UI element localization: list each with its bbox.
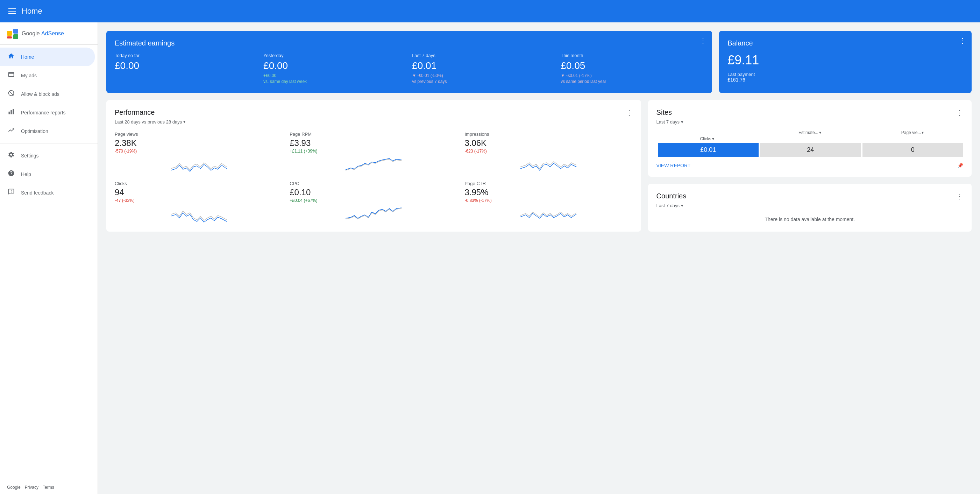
sidebar-item-allow-block-ads[interactable]: Allow & block ads bbox=[0, 84, 95, 103]
sidebar-footer: Google Privacy Terms bbox=[0, 481, 97, 494]
main-content: Estimated earnings ⋮ Today so far £0.00 … bbox=[98, 22, 980, 494]
svg-rect-3 bbox=[7, 37, 12, 38]
performance-card: Performance ⋮ Last 28 days vs previous 2… bbox=[106, 100, 641, 232]
metric-change: -623 (-17%) bbox=[465, 149, 632, 154]
countries-no-data: There is no data available at the moment… bbox=[657, 217, 963, 222]
metric-change: -570 (-19%) bbox=[115, 149, 283, 154]
earnings-card-title: Estimated earnings bbox=[115, 39, 704, 47]
sidebar-item-label: Optimisation bbox=[21, 128, 48, 134]
earnings-yesterday: Yesterday £0.00 +£0.00vs. same day last … bbox=[263, 53, 406, 84]
allow-block-icon bbox=[7, 89, 15, 98]
optimisation-icon bbox=[7, 127, 15, 135]
sites-col-pageviews[interactable]: Page vie... ▾ bbox=[862, 130, 963, 135]
sidebar-item-label: Settings bbox=[21, 153, 39, 158]
sidebar: Google AdSense Home My ads bbox=[0, 22, 98, 494]
countries-card-menu[interactable]: ⋮ bbox=[956, 192, 963, 201]
sidebar-item-label: My ads bbox=[21, 73, 37, 78]
countries-period-chevron-icon[interactable]: ▾ bbox=[681, 203, 683, 208]
metric-change: +£1.11 (+39%) bbox=[290, 149, 458, 154]
menu-hamburger-icon[interactable] bbox=[8, 8, 16, 14]
sites-view-report-button[interactable]: VIEW REPORT 📌 bbox=[657, 163, 963, 168]
metric-page-ctr: Page CTR 3.95% -0.83% (-17%) bbox=[465, 181, 632, 223]
sites-card: Sites ⋮ Last 7 days ▾ Estimate... ▾ bbox=[648, 100, 972, 177]
footer-terms-link[interactable]: Terms bbox=[43, 485, 54, 490]
metric-label: Page RPM bbox=[290, 132, 458, 137]
svg-rect-0 bbox=[7, 31, 12, 36]
period-chevron-icon[interactable]: ▾ bbox=[183, 119, 185, 124]
balance-last-payment-label: Last payment bbox=[727, 72, 963, 77]
earnings-grid: Today so far £0.00 Yesterday £0.00 +£0.0… bbox=[115, 53, 704, 84]
earnings-last7-change: ▼ -£0.01 (-50%)vs previous 7 days bbox=[412, 73, 555, 84]
sites-col-clicks[interactable]: Clicks ▾ bbox=[657, 137, 758, 141]
sparkline-page-rpm bbox=[290, 156, 458, 174]
sparkline-cpc bbox=[290, 206, 458, 223]
sidebar-item-label: Help bbox=[21, 171, 31, 177]
sites-values-row: £0.01 24 0 bbox=[657, 143, 963, 157]
earnings-this-month-label: This month bbox=[561, 53, 704, 58]
sidebar-item-settings[interactable]: Settings bbox=[0, 146, 95, 165]
metric-value: £0.10 bbox=[290, 188, 458, 197]
sites-pageviews-value: 24 bbox=[760, 143, 861, 157]
earnings-today: Today so far £0.00 bbox=[115, 53, 258, 84]
sidebar-nav: Home My ads Allow & block ads bbox=[0, 45, 97, 481]
footer-privacy-link[interactable]: Privacy bbox=[25, 485, 38, 490]
sidebar-item-help[interactable]: Help bbox=[0, 165, 95, 183]
sidebar-item-optimisation[interactable]: Optimisation bbox=[0, 122, 95, 140]
earnings-yesterday-value: £0.00 bbox=[263, 60, 406, 72]
earnings-this-month-change: ▼ -£0.01 (-17%)vs same period last year bbox=[561, 73, 704, 84]
metric-cpc: CPC £0.10 +£0.04 (+67%) bbox=[290, 181, 458, 223]
home-icon bbox=[7, 53, 15, 61]
metric-value: 94 bbox=[115, 188, 283, 197]
sites-card-title: Sites bbox=[657, 108, 672, 116]
sparkline-impressions bbox=[465, 156, 632, 174]
metric-page-rpm: Page RPM £3.93 +£1.11 (+39%) bbox=[290, 132, 458, 174]
sidebar-item-my-ads[interactable]: My ads bbox=[0, 66, 95, 84]
balance-value: £9.11 bbox=[727, 53, 963, 67]
countries-period: Last 7 days ▾ bbox=[657, 203, 963, 208]
earnings-yesterday-change: +£0.00vs. same day last week bbox=[263, 73, 406, 84]
sidebar-item-performance-reports[interactable]: Performance reports bbox=[0, 103, 95, 122]
countries-card: Countries ⋮ Last 7 days ▾ There is no da… bbox=[648, 184, 972, 232]
pin-icon: 📌 bbox=[957, 163, 963, 168]
svg-rect-8 bbox=[9, 112, 10, 115]
earnings-this-month-value: £0.05 bbox=[561, 60, 704, 72]
balance-card-menu[interactable]: ⋮ bbox=[959, 37, 966, 45]
help-icon bbox=[7, 170, 15, 178]
metric-value: 3.06K bbox=[465, 138, 632, 148]
performance-card-menu[interactable]: ⋮ bbox=[626, 108, 633, 117]
sidebar-logo-text: Google AdSense bbox=[22, 30, 64, 37]
metric-change: +£0.04 (+67%) bbox=[290, 198, 458, 203]
sidebar-item-label: Send feedback bbox=[21, 190, 54, 196]
countries-card-title: Countries bbox=[657, 192, 687, 200]
sites-period-chevron-icon[interactable]: ▾ bbox=[681, 119, 683, 124]
sidebar-item-home[interactable]: Home bbox=[0, 48, 95, 66]
sidebar-item-send-feedback[interactable]: Send feedback bbox=[0, 183, 95, 202]
metric-clicks: Clicks 94 -47 (-33%) bbox=[115, 181, 283, 223]
metric-label: Page CTR bbox=[465, 181, 632, 186]
sparkline-page-views bbox=[115, 156, 283, 174]
earnings-today-label: Today so far bbox=[115, 53, 258, 58]
metric-change: -0.83% (-17%) bbox=[465, 198, 632, 203]
svg-line-7 bbox=[9, 91, 13, 95]
col-chevron-icon: ▾ bbox=[921, 130, 924, 135]
col-chevron-icon: ▾ bbox=[712, 137, 714, 141]
right-col: Sites ⋮ Last 7 days ▾ Estimate... ▾ bbox=[648, 100, 972, 232]
my-ads-icon bbox=[7, 71, 15, 80]
performance-card-title: Performance bbox=[115, 108, 155, 116]
sites-period: Last 7 days ▾ bbox=[657, 119, 963, 124]
sparkline-page-ctr bbox=[465, 206, 632, 223]
sites-card-menu[interactable]: ⋮ bbox=[956, 108, 963, 117]
metric-impressions: Impressions 3.06K -623 (-17%) bbox=[465, 132, 632, 174]
page-title: Home bbox=[22, 6, 42, 16]
metric-label: Clicks bbox=[115, 181, 283, 186]
sidebar-item-label: Allow & block ads bbox=[21, 91, 59, 97]
sites-col-estimate[interactable]: Estimate... ▾ bbox=[759, 130, 861, 135]
metric-label: CPC bbox=[290, 181, 458, 186]
sites-clicks-value: 0 bbox=[862, 143, 963, 157]
earnings-card-menu[interactable]: ⋮ bbox=[700, 37, 706, 45]
sparkline-clicks bbox=[115, 206, 283, 223]
svg-rect-4 bbox=[9, 72, 14, 76]
earnings-today-value: £0.00 bbox=[115, 60, 258, 72]
metric-label: Page views bbox=[115, 132, 283, 137]
performance-card-subtitle: Last 28 days vs previous 28 days ▾ bbox=[115, 119, 633, 124]
